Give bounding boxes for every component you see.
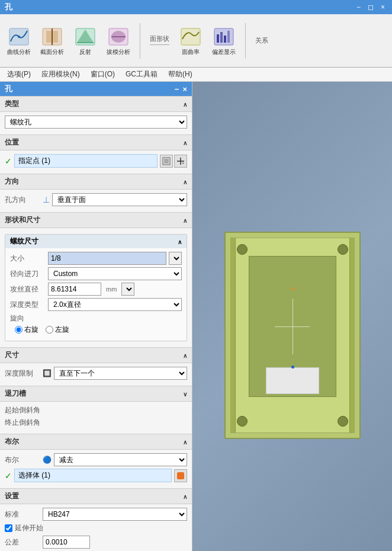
left-rotation-radio[interactable]: 左旋 — [46, 325, 69, 335]
curve-analysis-label: 曲线分析 — [7, 49, 31, 56]
svg-rect-13 — [224, 36, 226, 43]
close-button[interactable]: × — [378, 3, 387, 11]
direction-section-content: 孔方向 ⊥ 垂直于面 — [0, 190, 192, 212]
curve-analysis-icon — [8, 27, 30, 46]
hole-bottom-left — [237, 416, 248, 427]
bool-label: 布尔 — [5, 455, 40, 465]
panel-title: 孔 — [5, 84, 12, 94]
svg-rect-20 — [177, 472, 184, 479]
thumbnail-icon — [162, 157, 171, 165]
panel-close-button[interactable]: × — [182, 85, 187, 94]
minimize-button[interactable]: − — [354, 3, 363, 11]
position-section-header[interactable]: 位置 — [0, 134, 192, 150]
thread-size-header[interactable]: 螺纹尺寸 — [5, 235, 187, 248]
direction-section-label: 方向 — [5, 177, 19, 187]
position-icon-btn-2[interactable]: + — [174, 155, 187, 168]
depth-limit-label: 深度限制 — [5, 369, 40, 379]
type-section-header[interactable]: 类型 — [0, 96, 192, 112]
model-crosshair-h — [275, 326, 309, 327]
deviation-button[interactable]: 偏差显示 — [210, 26, 238, 56]
settings-section-content: 标准 HB247 延伸开始 公差 — [0, 504, 192, 551]
bool-section-chevron — [183, 438, 187, 446]
thread-size-chevron — [178, 238, 182, 246]
thread-diameter-unit-select[interactable]: ▼ — [121, 283, 134, 296]
menu-modules[interactable]: 应用模块(N) — [37, 68, 85, 81]
svg-point-1 — [18, 36, 20, 38]
position-icon-btn-1[interactable] — [160, 155, 173, 168]
menu-help[interactable]: 帮助(H) — [163, 68, 197, 81]
size-label: 大小 — [10, 254, 46, 264]
size-select[interactable]: ▼ — [169, 252, 182, 265]
curvature-button[interactable]: 面曲率 — [176, 26, 205, 56]
tolerance-input[interactable] — [43, 536, 90, 549]
svg-rect-12 — [220, 32, 223, 43]
settings-section-header[interactable]: 设置 — [0, 488, 192, 504]
svg-rect-14 — [227, 31, 230, 43]
position-point-label: 指定点 (1) — [14, 154, 158, 168]
dimension-section-content: 深度限制 🔲 直至下一个 — [0, 363, 192, 386]
body-icon-btn[interactable] — [174, 469, 187, 482]
curve-analysis-button[interactable]: 曲线分析 — [5, 26, 33, 56]
standard-label: 标准 — [5, 510, 40, 520]
shape-size-section-label: 形状和尺寸 — [5, 215, 40, 225]
shape-size-section-header[interactable]: 形状和尺寸 — [0, 212, 192, 228]
mold-analysis-button[interactable]: 拔模分析 — [104, 26, 133, 56]
menu-options[interactable]: 选项(P) — [2, 68, 36, 81]
body-label: 选择体 (1) — [14, 469, 172, 482]
relief-section-content: 起始倒斜角 终止倒斜角 — [0, 402, 192, 434]
svg-text:+: + — [182, 161, 184, 165]
depth-type-label: 深度类型 — [10, 300, 46, 310]
hole-direction-select[interactable]: 垂直于面 — [52, 193, 187, 206]
relief-section-header[interactable]: 退刀槽 — [0, 386, 192, 402]
reflect-label: 反射 — [79, 49, 91, 56]
type-section-label: 类型 — [5, 99, 19, 109]
extend-start-checkbox[interactable] — [5, 524, 12, 532]
model-view: + — [204, 129, 380, 542]
rotation-label: 旋向 — [10, 314, 24, 322]
body-check-icon: ✓ — [5, 471, 12, 480]
tolerance-label: 公差 — [5, 537, 40, 547]
depth-type-select[interactable]: 2.0x直径 — [48, 298, 182, 311]
size-input[interactable] — [48, 252, 166, 265]
menu-window[interactable]: 窗口(O) — [86, 68, 120, 81]
thread-diameter-input[interactable] — [48, 283, 101, 296]
mold-analysis-label: 拔模分析 — [107, 49, 130, 56]
right-rotation-label: 右旋 — [24, 325, 38, 335]
position-section-chevron — [183, 139, 187, 147]
hole-top-right — [338, 244, 348, 255]
relief-section-label: 退刀槽 — [5, 389, 26, 399]
panel-min-button[interactable]: − — [175, 85, 179, 94]
dimension-section-header[interactable]: 尺寸 — [0, 347, 192, 363]
subtract-icon: 🔵 — [43, 456, 52, 464]
model-marker: + — [291, 284, 295, 289]
type-select[interactable]: 螺纹孔 — [5, 116, 187, 129]
add-point-icon: + — [176, 157, 185, 165]
menu-gctoolbox[interactable]: GC工具箱 — [121, 68, 162, 81]
section-analysis-icon — [41, 27, 63, 46]
model-right-strip — [349, 238, 354, 433]
radial-feed-select[interactable]: Custom — [48, 267, 182, 280]
reflect-button[interactable]: 反射 — [71, 26, 99, 56]
end-chamfer-label: 终止倒斜角 — [5, 418, 40, 428]
body-object-icon — [176, 472, 185, 480]
depth-icon: 🔲 — [43, 369, 52, 377]
bool-section-header[interactable]: 布尔 — [0, 434, 192, 450]
direction-section-header[interactable]: 方向 — [0, 174, 192, 190]
position-check-icon: ✓ — [5, 156, 12, 166]
dimension-section-label: 尺寸 — [5, 350, 19, 360]
deviation-label: 偏差显示 — [212, 49, 236, 56]
standard-select[interactable]: HB247 — [43, 508, 187, 521]
position-section-label: 位置 — [5, 137, 19, 148]
relation-label: 关系 — [255, 36, 268, 45]
svg-rect-11 — [217, 34, 219, 43]
bool-section-content: 布尔 🔵 减去 ✓ 选择体 (1) — [0, 450, 192, 488]
position-section-content: ✓ 指定点 (1) + — [0, 150, 192, 174]
settings-section-chevron — [183, 492, 187, 501]
right-rotation-radio[interactable]: 右旋 — [15, 325, 38, 335]
radial-feed-label: 径向进刀 — [10, 269, 46, 279]
bool-select[interactable]: 减去 — [54, 453, 187, 466]
depth-limit-select[interactable]: 直至下一个 — [54, 367, 187, 380]
restore-button[interactable]: ◻ — [365, 3, 376, 11]
section-analysis-button[interactable]: 截面分析 — [38, 26, 66, 56]
perpendicular-icon: ⊥ — [43, 195, 50, 204]
